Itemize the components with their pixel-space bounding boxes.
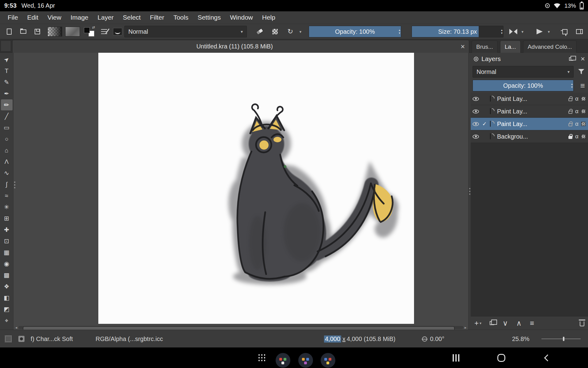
patterns-chooser-button[interactable] bbox=[64, 25, 81, 38]
zoom-track[interactable] bbox=[541, 339, 581, 339]
docker-lock-icon[interactable] bbox=[474, 57, 478, 61]
lock-icon[interactable] bbox=[568, 111, 572, 114]
layer-row[interactable]: ✓Paint Lay...α bbox=[471, 118, 588, 130]
menu-settings[interactable]: Settings bbox=[193, 11, 225, 24]
layer-options-menu-icon[interactable]: ≡ bbox=[580, 81, 585, 90]
brush-preview[interactable] bbox=[18, 330, 24, 348]
inherit-alpha-icon[interactable] bbox=[581, 109, 586, 113]
visibility-eye-icon[interactable] bbox=[473, 122, 479, 126]
layer-row[interactable]: Backgrou...α bbox=[471, 130, 588, 143]
inherit-alpha-icon[interactable] bbox=[581, 134, 586, 139]
scrollbar-thumb[interactable] bbox=[23, 326, 454, 330]
alpha-lock-icon[interactable]: α bbox=[575, 133, 579, 140]
canvas-rotation[interactable]: 0.00° bbox=[422, 330, 444, 348]
lock-icon[interactable] bbox=[568, 98, 572, 101]
filter-layers-icon[interactable] bbox=[578, 69, 584, 74]
layer-blending-mode-select[interactable]: Normal ▾ bbox=[473, 66, 574, 78]
reload-preset-button[interactable]: ↻ bbox=[284, 25, 297, 38]
menu-window[interactable]: Window bbox=[225, 11, 258, 24]
spinner-arrows-icon[interactable]: ▴▾ bbox=[399, 26, 400, 37]
toolbox-splitter-grip[interactable] bbox=[14, 182, 15, 189]
docker-tab-advancedcolo[interactable]: Advanced Colo... bbox=[523, 40, 577, 53]
fg-bg-colors[interactable]: ⇄ bbox=[82, 25, 96, 38]
text-tool[interactable]: T bbox=[1, 65, 13, 76]
move-layer-down-button[interactable]: ∨ bbox=[503, 319, 508, 328]
choose-workspace-button[interactable] bbox=[573, 25, 586, 38]
close-document-icon[interactable]: × bbox=[457, 42, 469, 51]
menu-view[interactable]: View bbox=[43, 11, 66, 24]
multibrush-tool[interactable]: ✳ bbox=[1, 201, 13, 213]
home-button[interactable] bbox=[494, 347, 508, 368]
canvas-area[interactable]: ◂ ▸ bbox=[13, 53, 468, 330]
inherit-alpha-icon[interactable] bbox=[581, 97, 586, 101]
back-button[interactable] bbox=[540, 347, 554, 368]
selection-display[interactable] bbox=[5, 330, 12, 348]
layer-check[interactable]: ✓ bbox=[482, 121, 487, 127]
app-drawer-button[interactable] bbox=[254, 347, 270, 368]
mirror-vertical-button[interactable] bbox=[533, 25, 546, 38]
freehand-brush-tool[interactable]: ✏ bbox=[1, 99, 13, 110]
polygon-tool[interactable]: ⌂ bbox=[1, 145, 13, 156]
app-shortcut-2[interactable] bbox=[298, 350, 313, 365]
canvas[interactable] bbox=[98, 53, 414, 324]
gradient-tool[interactable]: ▦ bbox=[1, 247, 13, 258]
save-button[interactable] bbox=[31, 25, 44, 38]
preserve-alpha-button[interactable] bbox=[268, 25, 282, 38]
smart-patch-tool[interactable]: ❖ bbox=[1, 281, 13, 292]
menu-layer[interactable]: Layer bbox=[93, 11, 119, 24]
app-shortcut-1[interactable] bbox=[276, 350, 290, 365]
select-shapes-tool[interactable]: ➤ bbox=[1, 54, 13, 65]
rectangle-tool[interactable]: ▭ bbox=[1, 122, 13, 133]
alpha-lock-icon[interactable]: α bbox=[575, 108, 579, 115]
fill-tool[interactable]: ◧ bbox=[1, 292, 13, 303]
new-document-button[interactable] bbox=[2, 25, 16, 38]
docker-tab-la[interactable]: La... bbox=[500, 40, 521, 53]
menu-select[interactable]: Select bbox=[118, 11, 145, 24]
horizontal-scrollbar[interactable]: ◂ ▸ bbox=[15, 326, 466, 329]
lock-icon[interactable] bbox=[568, 123, 572, 126]
menu-help[interactable]: Help bbox=[258, 11, 280, 24]
mirror-horizontal-arrow[interactable]: ▾ bbox=[520, 25, 525, 38]
crop-canvas-button[interactable] bbox=[558, 25, 571, 38]
scroll-left-icon[interactable]: ◂ bbox=[15, 326, 17, 329]
opacity-slider[interactable]: Opacity: 100% ▴▾ bbox=[309, 26, 401, 37]
polyline-tool[interactable]: Λ bbox=[1, 156, 13, 167]
color-sampler-tool[interactable]: ◉ bbox=[1, 258, 13, 269]
bezier-curve-tool[interactable]: ∿ bbox=[1, 167, 13, 178]
crop-tool[interactable]: ⊡ bbox=[1, 236, 13, 247]
canvas-corner-button[interactable] bbox=[1, 40, 11, 52]
blending-mode-select[interactable]: Normal ▾ bbox=[124, 26, 247, 37]
line-tool[interactable]: ╱ bbox=[1, 111, 13, 122]
transform-tool[interactable]: ⊞ bbox=[1, 213, 13, 224]
close-docker-icon[interactable]: × bbox=[581, 55, 585, 63]
brush-presets-button[interactable] bbox=[111, 25, 124, 38]
layer-opacity-slider[interactable]: Opacity: 100% ▴▾ bbox=[473, 80, 574, 91]
brush-editor-button[interactable] bbox=[97, 25, 111, 38]
reload-options-arrow[interactable]: ▾ bbox=[298, 25, 303, 38]
calligraphy-tool[interactable]: ✒ bbox=[1, 88, 13, 99]
image-size[interactable]: 4,000x4,000 (105.8 MiB) bbox=[324, 330, 395, 348]
spinner-arrows-icon[interactable]: ▴▾ bbox=[501, 26, 503, 37]
alpha-lock-icon[interactable]: α bbox=[575, 95, 579, 102]
zoom-slider[interactable] bbox=[541, 330, 581, 348]
freehand-path-tool[interactable]: ∫ bbox=[1, 179, 13, 190]
duplicate-layer-button[interactable] bbox=[490, 321, 494, 325]
zoom-knob[interactable] bbox=[563, 337, 564, 341]
layer-row[interactable]: Paint Lay...α bbox=[471, 93, 588, 105]
visibility-eye-icon[interactable] bbox=[473, 135, 479, 139]
open-document-button[interactable] bbox=[17, 25, 30, 38]
inherit-alpha-icon[interactable] bbox=[581, 122, 586, 126]
dynamic-brush-tool[interactable]: ≈ bbox=[1, 190, 13, 201]
docker-splitter[interactable] bbox=[468, 53, 471, 330]
ellipse-tool[interactable]: ○ bbox=[1, 133, 13, 144]
scroll-right-icon[interactable]: ▸ bbox=[465, 326, 466, 329]
layer-row[interactable]: Paint Lay...α bbox=[471, 105, 588, 118]
document-tab[interactable]: Untitled.kra (11) (105.8 MiB) × bbox=[12, 40, 469, 53]
alpha-lock-icon[interactable]: α bbox=[575, 121, 579, 127]
enclose-fill-tool[interactable]: ◩ bbox=[1, 304, 13, 315]
lock-icon[interactable] bbox=[568, 136, 572, 139]
menu-image[interactable]: Image bbox=[66, 11, 93, 24]
move-layer-up-button[interactable]: ∧ bbox=[516, 319, 522, 328]
layer-properties-button[interactable]: ≡ bbox=[530, 319, 534, 328]
delete-layer-button[interactable] bbox=[580, 320, 584, 326]
